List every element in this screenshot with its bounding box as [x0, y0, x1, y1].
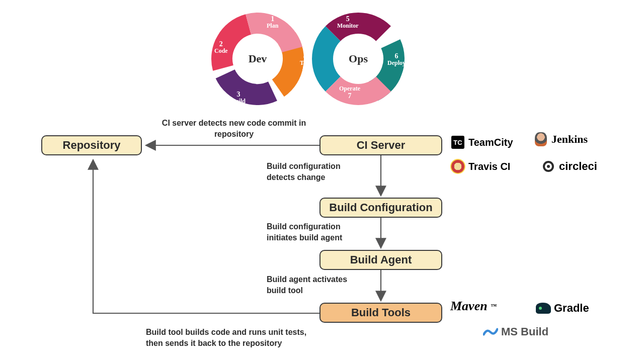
edge-agent-to-tools: Build agent activates build tool	[267, 274, 367, 296]
teamcity-icon: TC	[450, 135, 465, 150]
tool-maven: Maven™	[450, 299, 497, 314]
circleci-icon	[541, 159, 556, 174]
tool-teamcity: TC TeamCity	[450, 135, 513, 150]
tool-circleci: circleci	[541, 159, 597, 174]
edge-tools-to-repo: Build tool builds code and runs unit tes…	[146, 327, 307, 348]
tool-jenkins: Jenkins	[533, 132, 588, 147]
svg-point-5	[547, 165, 550, 168]
msbuild-icon	[483, 324, 498, 339]
tool-gradle: Gradle	[536, 301, 589, 316]
travis-icon	[450, 159, 465, 174]
jenkins-icon	[533, 132, 548, 147]
edge-config-to-agent: Build configuration initiates build agen…	[267, 221, 367, 243]
edge-ci-to-config: Build configuration detects change	[267, 161, 367, 183]
tool-msbuild: MS Build	[483, 324, 548, 339]
edge-ci-to-repo: CI server detects new code commit in rep…	[153, 118, 314, 139]
tool-travis: Travis CI	[450, 159, 510, 174]
gradle-icon	[536, 301, 551, 316]
